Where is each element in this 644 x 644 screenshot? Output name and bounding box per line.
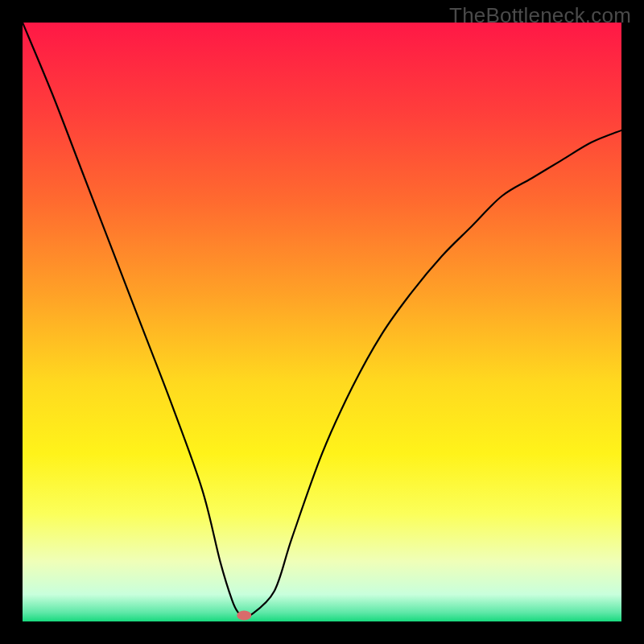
- gradient-background: [23, 23, 621, 621]
- chart-svg: [23, 23, 621, 621]
- watermark-text: TheBottleneck.com: [449, 3, 631, 28]
- chart-frame: TheBottleneck.com: [0, 0, 644, 644]
- plot-area: [23, 23, 621, 621]
- optimum-marker: [237, 611, 251, 621]
